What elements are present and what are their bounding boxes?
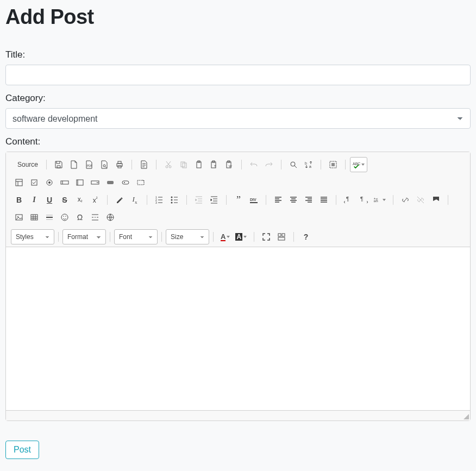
format-select[interactable]: Format — [62, 229, 106, 244]
smiley-button[interactable] — [57, 210, 72, 225]
svg-rect-34 — [137, 180, 144, 185]
content-editor[interactable] — [6, 247, 470, 410]
special-char-button[interactable]: Ω — [72, 210, 87, 225]
form-button[interactable] — [11, 175, 27, 190]
svg-point-33 — [124, 182, 125, 183]
undo-button[interactable] — [246, 157, 261, 172]
bold-button[interactable]: B — [11, 192, 27, 208]
maximize-button[interactable] — [259, 229, 274, 244]
about-button[interactable]: ? — [298, 229, 314, 244]
align-right-button[interactable] — [301, 192, 316, 208]
rich-text-editor: Source PDF — [5, 152, 471, 421]
cut-button[interactable] — [161, 157, 176, 172]
remove-format-button[interactable]: Ix — [127, 192, 142, 208]
copy-button[interactable] — [176, 157, 191, 172]
hr-button[interactable] — [42, 210, 57, 225]
svg-point-27 — [48, 181, 51, 184]
language-button[interactable]: 話 — [371, 192, 389, 208]
templates-button[interactable] — [136, 157, 152, 172]
print-button[interactable] — [112, 157, 127, 172]
italic-icon: I — [33, 196, 35, 204]
ltr-icon: ¶ — [344, 196, 353, 204]
paste-text-icon: T — [210, 160, 218, 169]
radio-icon — [45, 178, 54, 187]
align-left-button[interactable] — [271, 192, 286, 208]
copy-format-button[interactable] — [112, 192, 127, 208]
new-page-button[interactable] — [66, 157, 82, 172]
button-field-button[interactable] — [103, 175, 118, 190]
superscript-button[interactable]: x² — [87, 192, 103, 208]
remove-format-icon: Ix — [133, 195, 137, 205]
title-label: Title: — [5, 49, 471, 60]
post-button[interactable]: Post — [5, 441, 39, 459]
div-button[interactable]: DIV — [246, 192, 261, 208]
align-justify-icon — [320, 196, 328, 204]
svg-rect-48 — [31, 215, 37, 220]
text-color-button[interactable]: A — [218, 229, 233, 244]
replace-button[interactable]: ba — [301, 157, 316, 172]
anchor-button[interactable] — [428, 192, 443, 208]
align-center-button[interactable] — [286, 192, 301, 208]
iframe-button[interactable] — [103, 210, 118, 225]
pdf-button[interactable]: PDF — [82, 157, 97, 172]
svg-text:ABC: ABC — [353, 162, 360, 166]
svg-rect-10 — [197, 162, 201, 168]
find-button[interactable] — [286, 157, 301, 172]
size-select[interactable]: Size — [166, 229, 209, 244]
text-color-icon: A — [221, 233, 226, 241]
bg-color-button[interactable]: A — [233, 229, 249, 244]
div-icon: DIV — [249, 196, 258, 204]
outdent-button[interactable] — [191, 192, 206, 208]
textfield-button[interactable] — [57, 175, 72, 190]
checkbox-button[interactable] — [27, 175, 42, 190]
select-all-button[interactable] — [325, 157, 341, 172]
hidden-field-button[interactable] — [133, 175, 148, 190]
resize-handle[interactable] — [464, 414, 469, 419]
image-button-field-button[interactable] — [118, 175, 133, 190]
align-right-icon — [304, 196, 313, 204]
blockquote-button[interactable]: ” — [231, 192, 246, 208]
ltr-button[interactable]: ¶ — [341, 192, 356, 208]
align-left-icon — [274, 196, 283, 204]
italic-button[interactable]: I — [27, 192, 42, 208]
hidden-field-icon — [136, 178, 145, 187]
svg-text:a: a — [309, 165, 311, 168]
show-blocks-button[interactable] — [274, 229, 289, 244]
paste-button[interactable] — [191, 157, 206, 172]
subscript-button[interactable]: x² — [72, 192, 87, 208]
unlink-button[interactable] — [413, 192, 428, 208]
bg-color-icon: A — [235, 233, 242, 241]
paste-word-button[interactable]: W — [222, 157, 237, 172]
paste-text-button[interactable]: T — [206, 157, 222, 172]
ordered-list-button[interactable]: 123 — [152, 192, 167, 208]
underline-button[interactable]: U — [42, 192, 57, 208]
font-select[interactable]: Font — [114, 229, 158, 244]
copy-format-icon — [115, 196, 124, 204]
title-input[interactable] — [5, 65, 471, 85]
svg-rect-54 — [282, 234, 285, 236]
svg-text:PDF: PDF — [87, 164, 92, 167]
category-select[interactable]: software development — [5, 108, 471, 129]
source-button[interactable]: Source — [11, 156, 42, 173]
redo-button[interactable] — [261, 157, 277, 172]
align-justify-button[interactable] — [316, 192, 331, 208]
svg-rect-32 — [122, 181, 129, 184]
save-button[interactable] — [51, 157, 66, 172]
preview-button[interactable] — [97, 157, 112, 172]
image-button[interactable] — [11, 210, 27, 225]
show-blocks-icon — [277, 233, 286, 241]
page-break-button[interactable] — [87, 210, 103, 225]
unordered-list-button[interactable] — [167, 192, 182, 208]
radio-button[interactable] — [42, 175, 57, 190]
svg-text:DIV: DIV — [250, 198, 256, 202]
spellcheck-button[interactable]: ABC — [350, 157, 367, 172]
table-button[interactable] — [27, 210, 42, 225]
strike-button[interactable]: S — [57, 192, 72, 208]
rtl-button[interactable]: ¶ — [356, 192, 371, 208]
select-field-button[interactable] — [87, 175, 103, 190]
svg-text:話: 話 — [374, 198, 378, 203]
styles-select[interactable]: Styles — [11, 229, 54, 244]
textarea-button[interactable] — [72, 175, 87, 190]
link-button[interactable] — [398, 192, 413, 208]
indent-button[interactable] — [206, 192, 222, 208]
